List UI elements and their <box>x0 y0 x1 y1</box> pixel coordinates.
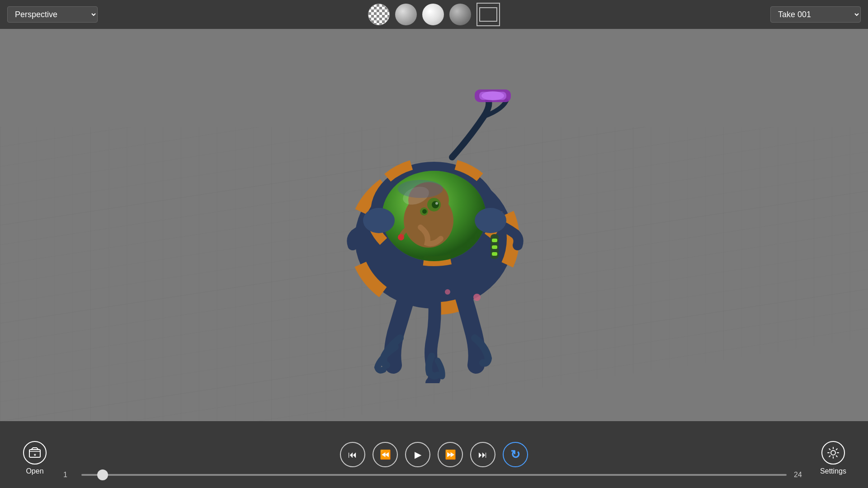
loop-button[interactable]: ↻ <box>503 442 528 467</box>
svg-point-20 <box>481 91 504 100</box>
svg-point-28 <box>398 180 443 198</box>
timeline-end: 24 <box>794 471 805 479</box>
viewport[interactable] <box>0 29 868 421</box>
step-forward-button[interactable]: ⏩ <box>438 442 463 467</box>
take-dropdown[interactable]: Take 001 Take 002 Take 003 <box>770 6 861 23</box>
svg-point-14 <box>422 209 427 214</box>
svg-text:★: ★ <box>33 453 37 456</box>
timeline-area: 1 24 <box>63 471 805 479</box>
clay-ball[interactable] <box>395 4 417 25</box>
checker-ball[interactable] <box>368 4 390 25</box>
svg-point-11 <box>432 201 439 208</box>
svg-rect-22 <box>492 239 497 242</box>
timeline-thumb[interactable] <box>97 469 108 480</box>
svg-point-15 <box>398 234 404 240</box>
svg-point-25 <box>473 294 481 301</box>
settings-label: Settings <box>820 467 846 475</box>
dark-ball[interactable] <box>449 4 471 25</box>
timeline-track[interactable] <box>81 474 787 476</box>
skip-to-end-button[interactable]: ⏭ <box>470 442 495 467</box>
folder-icon: ★ <box>28 446 41 459</box>
svg-point-26 <box>445 289 450 295</box>
svg-point-16 <box>475 208 506 233</box>
light-ball[interactable] <box>422 4 444 25</box>
settings-button[interactable]: Settings <box>813 441 854 475</box>
svg-point-31 <box>831 450 835 455</box>
svg-point-12 <box>435 202 438 205</box>
skip-to-start-button[interactable]: ⏮ <box>340 442 365 467</box>
gear-icon <box>827 446 840 459</box>
open-button[interactable]: ★ Open <box>14 441 55 475</box>
svg-rect-24 <box>492 252 497 256</box>
character-svg <box>330 67 538 383</box>
open-label: Open <box>26 467 43 475</box>
open-icon: ★ <box>23 441 47 465</box>
character-area <box>0 29 868 421</box>
settings-icon <box>821 441 845 465</box>
transport-controls: ⏮ ⏪ ▶ ⏩ ⏭ ↻ <box>14 442 854 467</box>
top-bar: Perspective Top Front Right Take 001 Tak… <box>0 0 868 29</box>
svg-rect-23 <box>492 245 497 249</box>
material-balls-group <box>368 3 500 26</box>
timeline-start: 1 <box>63 471 74 479</box>
step-back-button[interactable]: ⏪ <box>373 442 398 467</box>
svg-point-17 <box>363 208 395 233</box>
play-button[interactable]: ▶ <box>405 442 430 467</box>
frame-button[interactable] <box>476 3 500 26</box>
bottom-bar: ★ Open ⏮ ⏪ ▶ ⏩ ⏭ ↻ 1 24 <box>0 421 868 488</box>
perspective-dropdown[interactable]: Perspective Top Front Right <box>7 6 98 23</box>
